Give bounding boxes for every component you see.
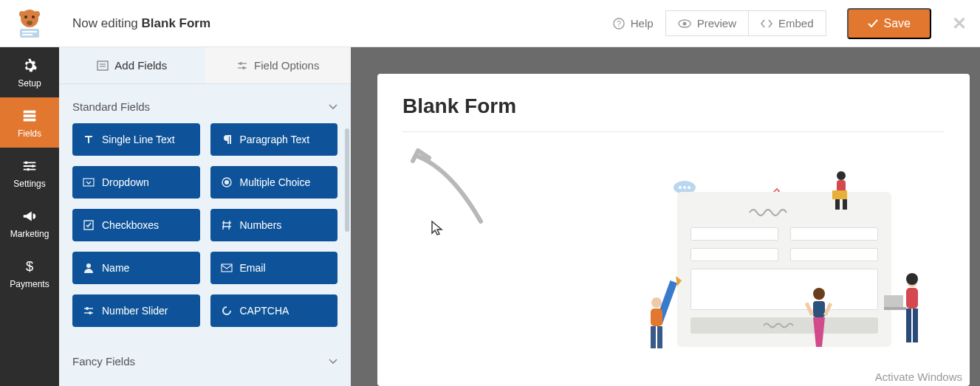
svg-rect-32 xyxy=(222,264,232,272)
envelope-icon xyxy=(221,262,233,274)
svg-marker-59 xyxy=(813,317,825,347)
left-nav: Setup Fields Settings Marketing $ Paymen… xyxy=(0,47,59,386)
field-captcha[interactable]: CAPTCHA xyxy=(210,294,338,327)
code-icon xyxy=(761,19,772,28)
slider-icon xyxy=(83,305,95,317)
svg-rect-67 xyxy=(906,309,911,342)
field-numbers[interactable]: Numbers xyxy=(210,209,338,241)
paragraph-icon xyxy=(221,134,233,145)
standard-fields-heading[interactable]: Standard Fields xyxy=(72,94,337,123)
nav-setup[interactable]: Setup xyxy=(0,47,59,97)
svg-point-39 xyxy=(683,186,686,189)
svg-point-38 xyxy=(679,186,682,189)
wpforms-logo xyxy=(0,7,59,41)
svg-rect-49 xyxy=(843,199,847,210)
radio-icon xyxy=(221,176,233,188)
form-illustration-card xyxy=(677,192,891,347)
svg-rect-62 xyxy=(884,295,903,309)
svg-point-26 xyxy=(242,66,245,69)
svg-point-29 xyxy=(225,180,229,185)
empty-form-illustration xyxy=(633,170,943,376)
field-single-line-text[interactable]: Single Line Text xyxy=(72,123,200,156)
svg-rect-14 xyxy=(24,114,36,117)
save-button[interactable]: Save xyxy=(847,8,931,39)
person-waving-icon xyxy=(804,288,834,354)
chevron-down-icon xyxy=(329,104,337,110)
dropdown-icon xyxy=(83,176,95,188)
svg-marker-51 xyxy=(676,276,682,286)
help-icon: ? xyxy=(613,18,625,30)
field-checkboxes[interactable]: Checkboxes xyxy=(72,209,200,241)
embed-button[interactable]: Embed xyxy=(749,10,826,36)
sliders-icon xyxy=(21,158,38,174)
svg-point-36 xyxy=(89,311,92,314)
options-icon xyxy=(236,61,248,71)
svg-text:?: ? xyxy=(617,20,621,28)
help-button[interactable]: ? Help xyxy=(601,11,665,35)
eye-icon xyxy=(678,19,691,28)
top-header: Now editing Blank Form ? Help Preview Em… xyxy=(0,0,980,47)
tab-field-options[interactable]: Field Options xyxy=(205,47,352,83)
canvas-divider xyxy=(402,131,945,132)
hash-icon xyxy=(221,219,233,231)
nav-marketing[interactable]: Marketing xyxy=(0,198,59,248)
text-icon xyxy=(83,134,95,145)
nav-settings[interactable]: Settings xyxy=(0,148,59,198)
svg-point-18 xyxy=(27,168,30,171)
field-number-slider[interactable]: Number Slider xyxy=(72,294,200,327)
field-paragraph-text[interactable]: Paragraph Text xyxy=(210,123,338,156)
svg-point-1 xyxy=(24,15,27,18)
svg-point-5 xyxy=(34,11,40,17)
chevron-down-icon xyxy=(329,359,337,365)
svg-rect-54 xyxy=(651,326,656,348)
svg-rect-68 xyxy=(913,309,918,342)
fancy-fields-heading[interactable]: Fancy Fields xyxy=(72,349,337,378)
form-icon xyxy=(21,108,38,124)
field-dropdown[interactable]: Dropdown xyxy=(72,166,200,199)
svg-point-12 xyxy=(682,21,686,25)
svg-rect-53 xyxy=(651,309,662,326)
dollar-icon: $ xyxy=(21,258,38,275)
svg-rect-60 xyxy=(805,302,814,315)
add-fields-icon xyxy=(97,61,109,71)
svg-rect-55 xyxy=(657,326,662,348)
svg-point-57 xyxy=(813,288,825,300)
tab-add-fields[interactable]: Add Fields xyxy=(59,47,205,83)
watermark-text: Activate Windows xyxy=(875,371,962,383)
svg-rect-63 xyxy=(884,307,906,310)
svg-point-4 xyxy=(19,11,25,17)
svg-rect-58 xyxy=(813,301,825,317)
editing-title: Now editing Blank Form xyxy=(72,16,210,31)
close-button[interactable]: ✕ xyxy=(945,13,974,34)
svg-rect-27 xyxy=(83,179,94,186)
svg-point-45 xyxy=(837,171,846,180)
nav-payments[interactable]: $ Payments xyxy=(0,248,59,298)
megaphone-icon xyxy=(21,208,38,224)
person-sitting-icon xyxy=(825,170,857,214)
svg-point-52 xyxy=(651,297,662,308)
preview-button[interactable]: Preview xyxy=(665,10,749,36)
svg-point-16 xyxy=(25,162,28,165)
svg-rect-20 xyxy=(97,61,108,70)
hint-arrow xyxy=(407,148,496,229)
field-multiple-choice[interactable]: Multiple Choice xyxy=(210,166,338,199)
gear-icon xyxy=(21,58,38,74)
svg-point-3 xyxy=(27,21,32,25)
field-email[interactable]: Email xyxy=(210,252,338,284)
svg-point-17 xyxy=(32,165,35,168)
person-pencil-icon xyxy=(640,273,688,354)
checkbox-icon xyxy=(83,219,95,231)
form-canvas[interactable]: Blank Form xyxy=(377,74,970,386)
svg-point-35 xyxy=(86,307,89,310)
check-icon xyxy=(868,19,878,28)
captcha-icon xyxy=(221,305,233,317)
svg-point-40 xyxy=(688,186,691,189)
person-laptop-icon xyxy=(884,273,928,354)
svg-rect-6 xyxy=(20,29,39,38)
canvas-title: Blank Form xyxy=(402,94,945,118)
panel-scrollbar[interactable] xyxy=(345,128,349,232)
field-name[interactable]: Name xyxy=(72,252,200,284)
svg-point-2 xyxy=(32,15,35,18)
svg-rect-13 xyxy=(24,111,36,114)
nav-fields[interactable]: Fields xyxy=(0,97,59,148)
